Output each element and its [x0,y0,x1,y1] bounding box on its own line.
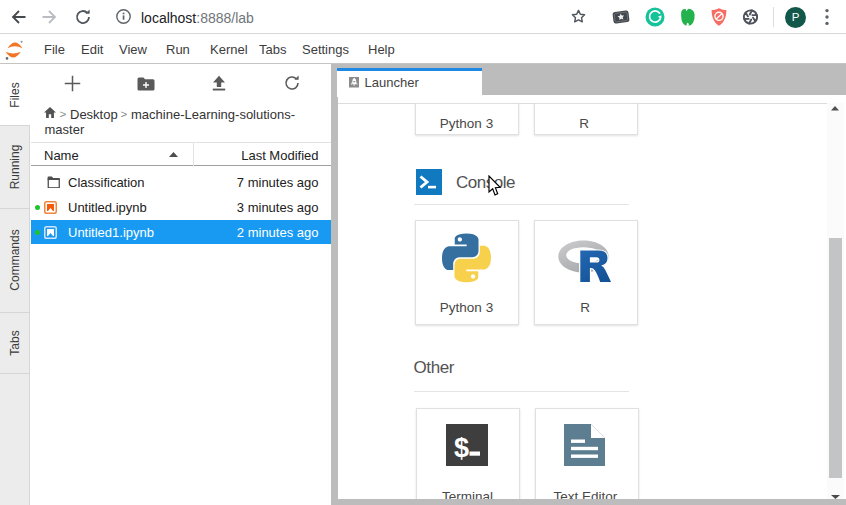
svg-text:$: $ [454,433,469,463]
